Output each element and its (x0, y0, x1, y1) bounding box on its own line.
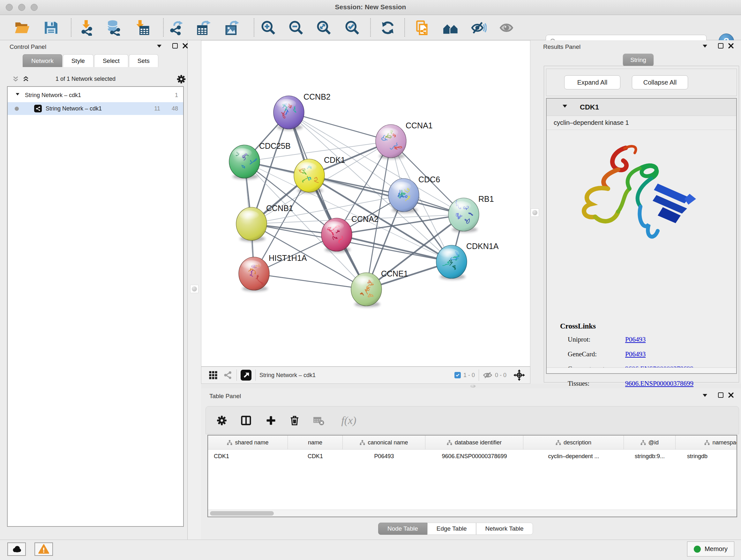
column-header: @id (624, 435, 676, 449)
right-splitter[interactable] (530, 40, 539, 384)
zoom-selected-button[interactable] (344, 19, 361, 37)
tissues-link[interactable]: 9606.ENSP00000378699 (625, 380, 693, 388)
collection-label: String Network – cdk1 (25, 92, 81, 99)
table-panel-title: Table Panel (209, 393, 241, 400)
table-options-button[interactable] (215, 414, 229, 428)
control-panel: Control Panel Network Style Select Sets … (2, 40, 188, 540)
panel-float-icon[interactable] (718, 392, 724, 398)
tab-edge-table[interactable]: Edge Table (427, 523, 476, 535)
function-builder-button[interactable]: f(x) (336, 414, 361, 428)
collection-count: 1 (175, 92, 178, 99)
duplicate-network-button[interactable] (414, 19, 431, 37)
expand-all-button[interactable]: Expand All (564, 75, 620, 89)
network-edge-count: 48 (172, 105, 178, 112)
node-label-HIST1H1A: HIST1H1A (269, 253, 307, 262)
collection-expand-icon[interactable] (16, 93, 19, 98)
export-network-button[interactable] (167, 19, 185, 37)
memory-button[interactable]: Memory (687, 542, 734, 557)
panel-close-icon[interactable] (728, 392, 734, 398)
results-scrollbar[interactable] (547, 368, 736, 373)
import-network-file-button[interactable] (78, 19, 95, 37)
birds-eye-crosshair-icon[interactable] (514, 369, 525, 381)
tab-sets[interactable]: Sets (129, 54, 158, 67)
protein-section-header[interactable]: CDK1 (547, 99, 736, 116)
hide-selected-button[interactable] (470, 19, 487, 37)
tab-select[interactable]: Select (94, 54, 128, 67)
detach-view-icon[interactable] (241, 370, 252, 381)
panel-float-icon[interactable] (172, 43, 178, 49)
panel-close-icon[interactable] (728, 43, 734, 49)
control-panel-tabs: Network Style Select Sets (23, 54, 159, 67)
export-table-icon (196, 20, 212, 36)
node-label-CDK1: CDK1 (324, 155, 345, 165)
show-graphics-details-button[interactable] (442, 19, 459, 37)
splitter-handle-icon (532, 210, 537, 215)
eye-icon (498, 20, 515, 36)
uniprot-link[interactable]: P06493 (625, 335, 646, 344)
export-network-icon (168, 20, 184, 36)
import-network-database-button[interactable] (105, 19, 123, 37)
tab-style[interactable]: Style (63, 54, 93, 67)
panel-menu-icon[interactable] (703, 394, 707, 399)
eye-slash-icon (471, 20, 487, 36)
expand-all-chevrons-icon[interactable] (22, 75, 30, 84)
cloud-icon (11, 544, 22, 555)
import-table-file-button[interactable] (133, 19, 151, 37)
panel-close-icon[interactable] (183, 43, 188, 49)
delete-columns-button[interactable] (287, 414, 301, 428)
protein-description: cyclin–dependent kinase 1 (547, 116, 736, 130)
export-image-button[interactable] (223, 19, 241, 37)
table-header-row: shared name name canonical name database… (208, 435, 737, 449)
network-options-gear-icon[interactable] (176, 74, 186, 84)
network-collection-row[interactable]: String Network – cdk1 1 (8, 89, 183, 102)
panel-float-icon[interactable] (718, 43, 724, 49)
collapse-all-chevrons-icon[interactable] (11, 75, 20, 84)
selected-checkbox-icon[interactable] (455, 372, 461, 378)
network-list: String Network – cdk1 1 String Network –… (7, 86, 184, 527)
table-horizontal-scrollbar[interactable] (208, 509, 737, 516)
create-column-button[interactable] (264, 414, 278, 428)
network-row-selected[interactable]: String Network – cdk1 11 48 (8, 102, 183, 115)
tab-network-table[interactable]: Network Table (476, 523, 533, 535)
protein-name: CDK1 (580, 103, 599, 111)
collapse-all-button[interactable]: Collapse All (632, 75, 688, 89)
zoom-out-button[interactable] (287, 19, 305, 37)
tab-network[interactable]: Network (23, 54, 62, 67)
selected-node-edge-counts: 1 - 0 (463, 372, 475, 379)
save-session-button[interactable] (42, 19, 59, 37)
network-view-share-icon[interactable] (223, 370, 232, 380)
trash-icon (289, 415, 300, 426)
grid-view-icon[interactable] (208, 370, 218, 380)
tree-column-icon (447, 440, 452, 445)
network-canvas[interactable]: CCNB2CCNA1CDC25BCDK1CDC6RB1CCNB1CCNA2CDK… (201, 40, 530, 367)
zoom-in-button[interactable] (260, 19, 277, 37)
fit-content-button[interactable] (315, 19, 333, 37)
network-share-icon (34, 105, 42, 112)
tab-string[interactable]: String (623, 54, 654, 66)
network-edge-HIST1H1A-CCNE1[interactable] (254, 273, 366, 289)
crosslinks-title: CrossLinks (560, 322, 596, 330)
node-label-CCNB1: CCNB1 (266, 204, 293, 212)
scrollbar-thumb[interactable] (210, 511, 274, 516)
node-label-CCNB2: CCNB2 (304, 92, 331, 101)
panel-menu-icon[interactable] (703, 45, 707, 50)
table-row[interactable]: CDK1 CDK1 P06493 9606.ENSP00000378699 cy… (208, 449, 737, 463)
hidden-eye-slash-icon (483, 370, 492, 380)
cloud-status-button[interactable] (7, 543, 26, 556)
show-all-button[interactable] (498, 19, 515, 37)
left-splitter[interactable] (188, 40, 201, 540)
show-columns-button[interactable] (239, 414, 253, 428)
genecard-link[interactable]: P06493 (625, 350, 646, 358)
column-header: description (523, 435, 624, 449)
tab-node-table[interactable]: Node Table (378, 523, 427, 535)
panel-menu-icon[interactable] (157, 45, 161, 50)
main-toolbar: ? (0, 15, 741, 40)
warnings-button[interactable] (35, 543, 53, 556)
apply-layout-button[interactable] (379, 19, 396, 37)
export-table-button[interactable] (195, 19, 212, 37)
tree-column-icon (641, 440, 646, 445)
refresh-icon (380, 20, 396, 36)
section-collapse-icon[interactable] (562, 105, 567, 110)
delete-table-button[interactable] (312, 414, 326, 428)
open-session-button[interactable] (13, 19, 30, 37)
